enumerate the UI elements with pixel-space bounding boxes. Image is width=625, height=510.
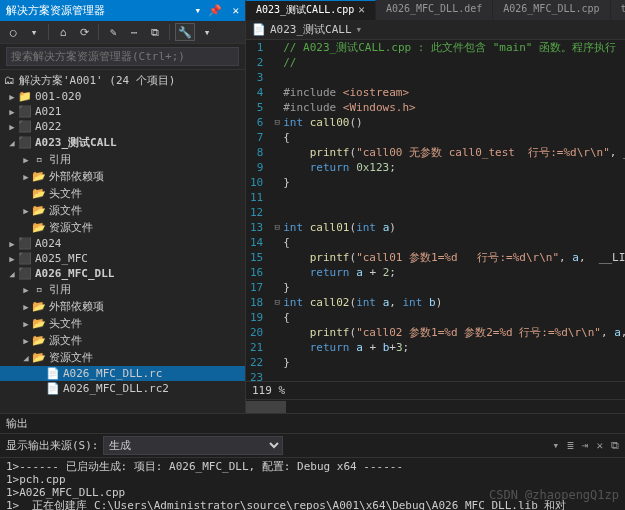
- home-icon[interactable]: ⌂: [54, 23, 72, 41]
- code-line[interactable]: }: [283, 175, 625, 190]
- tree-item[interactable]: ▶📁001-020: [0, 89, 245, 104]
- fold-marker[interactable]: [271, 190, 283, 205]
- tree-item[interactable]: ▶⬛A022: [0, 119, 245, 134]
- code-line[interactable]: printf("call00 无参数 call0_test 行号:=%d\r\n…: [283, 145, 625, 160]
- expand-icon[interactable]: ◢: [6, 269, 18, 279]
- tree-item[interactable]: ▶📂外部依赖项: [0, 298, 245, 315]
- code-line[interactable]: }: [283, 280, 625, 295]
- brush-icon[interactable]: ✎: [104, 23, 122, 41]
- fold-marker[interactable]: [271, 40, 283, 55]
- expand-icon[interactable]: ▶: [20, 206, 32, 216]
- code-line[interactable]: [283, 370, 625, 381]
- tree-item[interactable]: ▶📂源文件: [0, 202, 245, 219]
- expand-icon[interactable]: ▶: [6, 122, 18, 132]
- editor-tab[interactable]: targetver.h: [611, 0, 625, 20]
- fold-marker[interactable]: ⊟: [271, 115, 283, 130]
- fold-marker[interactable]: [271, 265, 283, 280]
- editor-tab[interactable]: A026_MFC_DLL.def: [376, 0, 493, 20]
- back-icon[interactable]: ◯: [4, 23, 22, 41]
- tree-item[interactable]: 📂资源文件: [0, 219, 245, 236]
- fwd-icon[interactable]: ▾: [25, 23, 43, 41]
- expand-icon[interactable]: ▶: [20, 336, 32, 346]
- fold-marker[interactable]: ⊟: [271, 295, 283, 310]
- breadcrumb-dropdown[interactable]: ▾: [356, 23, 363, 36]
- clear-all-icon[interactable]: ✕: [596, 439, 603, 452]
- tree-item[interactable]: 📂头文件: [0, 185, 245, 202]
- close-tab-icon[interactable]: ✕: [358, 3, 365, 16]
- tree-item[interactable]: 📄A026_MFC_DLL.rc: [0, 366, 245, 381]
- fold-marker[interactable]: [271, 130, 283, 145]
- code-line[interactable]: return a + 2;: [283, 265, 625, 280]
- tree-item[interactable]: ▶▫引用: [0, 281, 245, 298]
- output-text[interactable]: 1>------ 已启动生成: 项目: A026_MFC_DLL, 配置: De…: [0, 458, 625, 510]
- pin-icon[interactable]: ▾ 📌: [195, 4, 222, 17]
- fold-marker[interactable]: [271, 160, 283, 175]
- editor-tab[interactable]: A023_测试CALL.cpp✕: [246, 0, 376, 20]
- clear-icon[interactable]: ▾: [553, 439, 560, 452]
- solution-tree[interactable]: 🗂 解决方案'A001' (24 个项目) ▶📁001-020▶⬛A021▶⬛A…: [0, 70, 245, 413]
- panel-title[interactable]: 解决方案资源管理器 ▾ 📌 ✕: [0, 0, 245, 21]
- code-line[interactable]: // A023_测试CALL.cpp : 此文件包含 "main" 函数。程序执…: [283, 40, 625, 55]
- expand-icon[interactable]: ▶: [6, 107, 18, 117]
- fold-marker[interactable]: [271, 370, 283, 381]
- search-input[interactable]: [6, 47, 239, 66]
- code-area[interactable]: 1234567891011121314151617181920212223242…: [246, 40, 625, 381]
- pin-output-icon[interactable]: ⧉: [611, 439, 619, 452]
- fold-gutter[interactable]: ⊟⊟⊟⊟: [271, 40, 283, 381]
- close-icon[interactable]: ✕: [232, 4, 239, 17]
- tree-item[interactable]: ▶📂头文件: [0, 315, 245, 332]
- breadcrumb[interactable]: 📄 A023_测试CALL ▾: [246, 20, 625, 40]
- fold-marker[interactable]: [271, 235, 283, 250]
- zoom-level[interactable]: 119 %: [246, 381, 625, 399]
- settings-icon[interactable]: ▾: [198, 23, 216, 41]
- expand-icon[interactable]: ▶: [6, 239, 18, 249]
- code-line[interactable]: [283, 205, 625, 220]
- wrench-icon[interactable]: 🔧: [175, 23, 195, 41]
- scroll-thumb[interactable]: [246, 401, 286, 413]
- fold-marker[interactable]: ⊟: [271, 220, 283, 235]
- expand-icon[interactable]: ▶: [6, 92, 18, 102]
- fold-marker[interactable]: [271, 145, 283, 160]
- fold-marker[interactable]: [271, 70, 283, 85]
- expand-icon[interactable]: ▶: [20, 285, 32, 295]
- code-line[interactable]: int call00(): [283, 115, 625, 130]
- tree-item[interactable]: ▶⬛A021: [0, 104, 245, 119]
- expand-icon[interactable]: ▶: [20, 319, 32, 329]
- fold-marker[interactable]: [271, 205, 283, 220]
- sync-icon[interactable]: ⟳: [75, 23, 93, 41]
- horizontal-scrollbar[interactable]: [246, 399, 625, 413]
- tree-item[interactable]: ▶▫引用: [0, 151, 245, 168]
- fold-marker[interactable]: [271, 355, 283, 370]
- expand-icon[interactable]: ▶: [6, 254, 18, 264]
- code-line[interactable]: printf("call01 参数1=%d 行号:=%d\r\n", a, __…: [283, 250, 625, 265]
- code-line[interactable]: {: [283, 235, 625, 250]
- wrap-icon[interactable]: ⇥: [582, 439, 589, 452]
- code-line[interactable]: {: [283, 130, 625, 145]
- code-line[interactable]: #include <iostream>: [283, 85, 625, 100]
- tree-item[interactable]: 📄A026_MFC_DLL.rc2: [0, 381, 245, 396]
- solution-root[interactable]: 🗂 解决方案'A001' (24 个项目): [0, 72, 245, 89]
- expand-icon[interactable]: ▶: [20, 302, 32, 312]
- fold-marker[interactable]: [271, 175, 283, 190]
- code-line[interactable]: int call02(int a, int b): [283, 295, 625, 310]
- code-line[interactable]: {: [283, 310, 625, 325]
- tree-item[interactable]: ◢📂资源文件: [0, 349, 245, 366]
- fold-marker[interactable]: [271, 280, 283, 295]
- tree-item[interactable]: ▶📂源文件: [0, 332, 245, 349]
- fold-marker[interactable]: [271, 85, 283, 100]
- code-line[interactable]: return a + b+3;: [283, 340, 625, 355]
- fold-marker[interactable]: [271, 340, 283, 355]
- code-line[interactable]: printf("call02 参数1=%d 参数2=%d 行号:=%d\r\n"…: [283, 325, 625, 340]
- output-source-select[interactable]: 生成: [103, 436, 283, 455]
- tree-item[interactable]: ◢⬛A026_MFC_DLL: [0, 266, 245, 281]
- code-line[interactable]: return 0x123;: [283, 160, 625, 175]
- expand-icon[interactable]: ▶: [20, 155, 32, 165]
- tree-item[interactable]: ▶⬛A024: [0, 236, 245, 251]
- expand-icon[interactable]: ▶: [20, 172, 32, 182]
- tree-item[interactable]: ▶📂外部依赖项: [0, 168, 245, 185]
- fold-marker[interactable]: [271, 100, 283, 115]
- toggle-icon[interactable]: ≣: [567, 439, 574, 452]
- expand-icon[interactable]: ◢: [20, 353, 32, 363]
- fold-marker[interactable]: [271, 250, 283, 265]
- code-line[interactable]: [283, 70, 625, 85]
